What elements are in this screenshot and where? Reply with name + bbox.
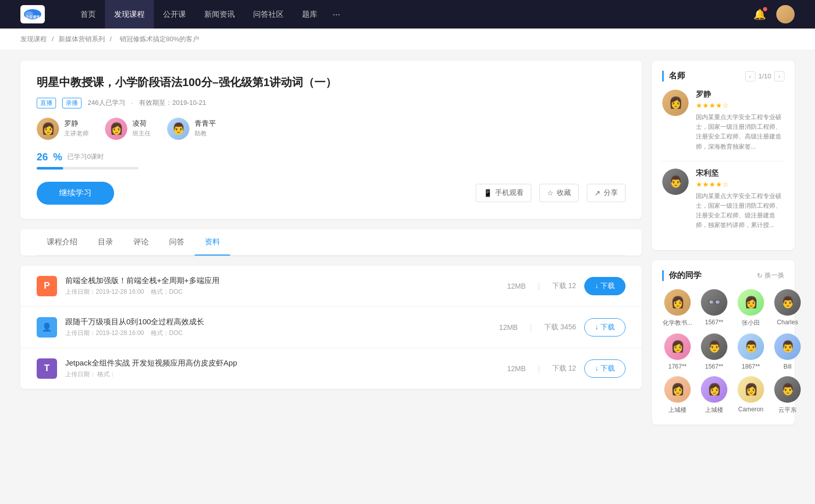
classmate-5[interactable]: 👨 1567**	[699, 333, 729, 370]
classmate-avatar-7: 👨	[774, 333, 801, 360]
share-icon: ↗	[594, 189, 601, 197]
progress-label: 26% 已学习0课时	[37, 151, 626, 163]
download-button-0[interactable]: ↓ 下载	[584, 277, 626, 295]
resource-count-2: 下载 12	[552, 364, 576, 373]
sidebar-teacher-stars-1: ★★★★☆	[696, 180, 784, 188]
nav-item-discover[interactable]: 发现课程	[105, 0, 154, 29]
classmate-avatar-10: 👩	[738, 376, 764, 403]
nav-item-public[interactable]: 公开课	[154, 0, 195, 29]
tab-intro[interactable]: 课程介绍	[37, 229, 88, 255]
collect-button[interactable]: ☆ 收藏	[539, 184, 579, 202]
classmate-avatar-0: 👩	[664, 289, 691, 316]
refresh-classmates-button[interactable]: ↻ 换一换	[757, 271, 784, 280]
logo[interactable]: 云朵课堂	[20, 5, 45, 23]
resource-title-0: 前端全栈加强版！前端全栈+全周期+多端应用	[65, 276, 499, 286]
sidebar-teacher-avatar-0[interactable]: 👩	[662, 90, 689, 116]
classmate-avatar-4: 👩	[664, 333, 691, 360]
nav-item-qa[interactable]: 问答社区	[244, 0, 293, 29]
nav-item-quiz[interactable]: 题库	[293, 0, 327, 29]
sidebar-teacher-stars-0: ★★★★☆	[696, 101, 784, 109]
classmate-name-1: 1567**	[699, 319, 729, 326]
classmate-8[interactable]: 👩 上城楼	[662, 376, 693, 414]
classmate-avatar-1: 👓	[701, 289, 727, 316]
resource-date-0: 上传日期：2019-12-28 16:00	[65, 288, 144, 295]
classmates-card: 你的同学 ↻ 换一换 👩 化学教书... 👓 1567** 👩 张小田	[652, 260, 795, 425]
tab-review[interactable]: 评论	[123, 229, 159, 255]
navbar: 云朵课堂 首页 发现课程 公开课 新闻资讯 问答社区 题库 ··· 🔔	[0, 0, 815, 29]
teacher-role-1: 班主任	[132, 129, 151, 138]
classmates-title: 你的同学	[662, 270, 701, 281]
notification-bell[interactable]: 🔔	[753, 8, 766, 20]
main-container: 明星中教授课，小学阶段语法100分–强化级第1讲动词（一） 直播 录播 246人…	[0, 50, 815, 445]
classmate-name-11: 云平东	[772, 406, 803, 414]
tab-resource[interactable]: 资料	[195, 229, 230, 255]
resource-meta-0: 上传日期：2019-12-28 16:00 格式：DOC	[65, 288, 499, 296]
teachers-title-row: 名师 ‹ 1/10 ›	[662, 71, 784, 81]
sep-2: |	[538, 365, 540, 373]
classmate-3[interactable]: 👨 Charles	[772, 289, 803, 327]
classmate-7[interactable]: 👨 Bill	[772, 333, 803, 370]
teacher-role-2: 助教	[195, 129, 216, 138]
mobile-watch-button[interactable]: 📱 手机观看	[476, 184, 531, 202]
sep-0: |	[538, 282, 540, 290]
breadcrumb-sep-2: /	[110, 35, 113, 43]
resource-format-1: 格式：DOC	[151, 329, 183, 337]
download-button-2[interactable]: ↓ 下载	[584, 359, 626, 378]
classmate-1[interactable]: 👓 1567**	[699, 289, 729, 327]
classmate-2[interactable]: 👩 张小田	[736, 289, 766, 327]
classmate-avatar-11: 👨	[774, 376, 801, 403]
sidebar-teacher-info-0: 罗静 ★★★★☆ 国内某重点大学安全工程专业硕士，国家一级注册消防工程师、注册安…	[696, 90, 784, 152]
classmate-avatar-9: 👩	[701, 376, 727, 403]
classmate-avatar-6: 👨	[738, 333, 764, 360]
sidebar-teacher-desc-1: 国内某重点大学安全工程专业硕士，国家一级注册消防工程师、注册安全工程师、级注册建…	[696, 191, 784, 231]
download-button-1[interactable]: ↓ 下载	[584, 318, 626, 337]
classmate-9[interactable]: 👩 上城楼	[699, 376, 729, 414]
classmate-6[interactable]: 👨 1867**	[736, 333, 766, 370]
resource-item-2: T Jetpack全组件实战 开发短视频应用高仿皮皮虾App 上传日期： 格式：…	[20, 348, 642, 389]
nav-item-news[interactable]: 新闻资讯	[195, 0, 244, 29]
teachers-pagination: ‹ 1/10 ›	[745, 71, 784, 81]
resource-list: P 前端全栈加强版！前端全栈+全周期+多端应用 上传日期：2019-12-28 …	[20, 266, 642, 389]
nav-item-home[interactable]: 首页	[71, 0, 105, 29]
sidebar-teacher-info-1: 宋利坚 ★★★★☆ 国内某重点大学安全工程专业硕士，国家一级注册消防工程师、注册…	[696, 169, 784, 231]
classmate-0[interactable]: 👩 化学教书...	[662, 289, 693, 327]
teacher-name-0: 罗静	[64, 119, 89, 128]
classmate-name-9: 上城楼	[699, 406, 729, 414]
sidebar-teacher-avatar-1[interactable]: 👨	[662, 169, 689, 195]
resource-date-2: 上传日期：	[65, 371, 96, 378]
user-avatar-nav[interactable]	[776, 5, 795, 23]
teacher-item-1: 👩 凌荷 班主任	[105, 118, 151, 140]
sidebar-teacher-0: 👩 罗静 ★★★★☆ 国内某重点大学安全工程专业硕士，国家一级注册消防工程师、注…	[662, 90, 784, 152]
actions-row: 继续学习 📱 手机观看 ☆ 收藏 ↗ 分享	[37, 182, 626, 205]
next-page-btn[interactable]: ›	[774, 71, 784, 81]
breadcrumb-link-discover[interactable]: 发现课程	[20, 35, 47, 43]
classmate-10[interactable]: 👩 Cameron	[736, 376, 766, 414]
badge-live: 直播	[37, 98, 56, 108]
prev-page-btn[interactable]: ‹	[745, 71, 755, 81]
classmate-4[interactable]: 👩 1767**	[662, 333, 693, 370]
classmate-name-4: 1767**	[662, 363, 693, 370]
classmate-11[interactable]: 👨 云平东	[772, 376, 803, 414]
star-icon: ☆	[547, 189, 554, 197]
refresh-label: 换一换	[765, 271, 784, 280]
refresh-icon: ↻	[757, 272, 763, 279]
resource-size-1: 12MB	[499, 323, 518, 331]
resource-count-1: 下载 3456	[544, 323, 576, 332]
classmate-name-8: 上城楼	[662, 406, 693, 414]
breadcrumb-current: 销冠修炼术搞定80%的客户	[120, 35, 199, 43]
continue-learning-button[interactable]: 继续学习	[37, 182, 114, 205]
share-label: 分享	[604, 188, 618, 198]
resource-meta-2: 上传日期： 格式：	[65, 370, 499, 379]
teacher-divider	[662, 161, 784, 161]
classmate-name-6: 1867**	[736, 363, 766, 370]
tab-qa[interactable]: 问答	[159, 229, 195, 255]
svg-text:云朵课堂: 云朵课堂	[25, 15, 40, 19]
course-card: 明星中教授课，小学阶段语法100分–强化级第1讲动词（一） 直播 录播 246人…	[20, 61, 642, 219]
classmate-name-0: 化学教书...	[662, 319, 693, 327]
tab-catalog[interactable]: 目录	[88, 229, 123, 255]
share-button[interactable]: ↗ 分享	[587, 184, 626, 202]
teacher-info-1: 凌荷 班主任	[132, 119, 151, 138]
nav-item-more[interactable]: ···	[327, 0, 346, 29]
breadcrumb-link-series[interactable]: 新媒体营销系列	[59, 35, 105, 43]
resource-info-0: 前端全栈加强版！前端全栈+全周期+多端应用 上传日期：2019-12-28 16…	[65, 276, 499, 296]
